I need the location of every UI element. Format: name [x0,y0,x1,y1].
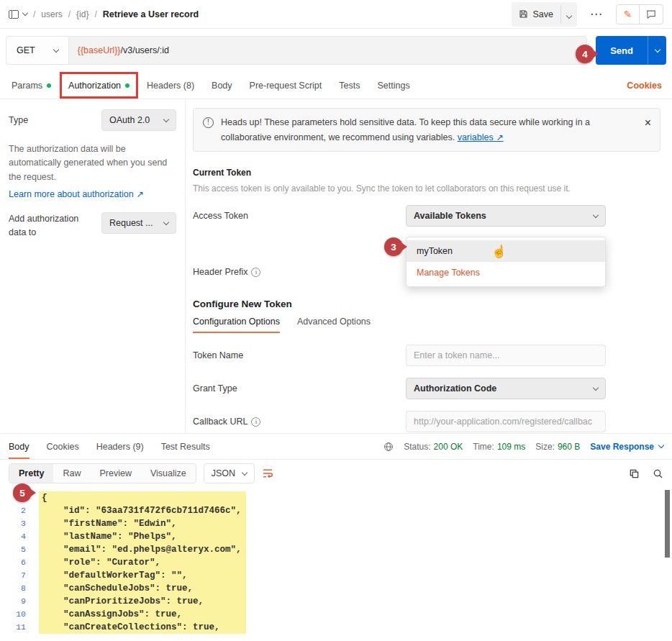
scrollbar-thumb[interactable] [665,490,670,558]
auth-type-value: OAuth 2.0 [109,115,150,125]
scrollbar[interactable] [665,490,670,638]
line-number: 10 [0,608,32,621]
response-tab-cookies[interactable]: Cookies [47,434,79,459]
chevron-down-icon [654,46,660,52]
format-select[interactable]: JSON [204,463,255,483]
oauth2-panel: Heads up! These parameters hold sensitiv… [186,99,672,433]
request-tabs: Params Authorization Headers (8) Body Pr… [0,72,672,99]
auth-description: The authorization data will be automatic… [9,142,176,184]
add-auth-data-label: Add authorization data to [9,212,83,240]
method-select[interactable]: GET [6,36,68,65]
view-raw-button[interactable]: Raw [53,464,90,483]
callback-url-row: Callback URL [193,411,660,432]
code-line: 9 "canPrioritizeJobs": true, [0,595,672,608]
breadcrumb-item-users[interactable]: users [41,9,62,19]
response-panel: Body Cookies Headers (9) Test Results St… [0,433,672,641]
token-name-label: Token Name [193,350,406,360]
code-text: "lastName": "Phelps", [39,530,246,543]
token-name-input[interactable] [406,345,606,366]
tab-body[interactable]: Body [203,72,241,99]
response-meta: Status: 200 OK Time: 109 ms Size: 960 B … [383,442,663,452]
cookies-link[interactable]: Cookies [627,81,669,91]
titlebar-actions: Save ⋯ ✎ [512,2,664,27]
add-auth-data-select[interactable]: Request ... [101,212,176,234]
annotation-step-3: 3 [384,237,403,256]
chevron-down-icon[interactable] [22,10,28,16]
auth-type-select[interactable]: OAuth 2.0 [101,109,176,131]
status-badge: Status: 200 OK [404,442,463,452]
wrap-text-button[interactable] [262,468,273,479]
status-label: Status: [404,442,430,452]
copy-button[interactable] [629,468,640,479]
save-button-group: Save [512,2,578,27]
chevron-down-icon [593,212,599,218]
response-tab-body[interactable]: Body [9,434,29,459]
time-badge: Time: 109 ms [473,442,525,452]
edit-description-button[interactable]: ✎ [617,5,640,24]
title-bar: / users / {id} / Retrieve a User record … [0,0,672,29]
info-icon [251,268,260,277]
tab-tests[interactable]: Tests [330,72,368,99]
save-response-button[interactable]: Save Response [590,442,663,452]
url-input[interactable]: {{baseUrl}}/v3/users/:id [68,36,588,65]
tab-advanced-options[interactable]: Advanced Options [297,317,371,333]
cursor-icon: ☝ [491,244,507,259]
tab-prerequest-script[interactable]: Pre-request Script [241,72,331,99]
callback-url-label: Callback URL [193,417,406,427]
banner-text: Heads up! These parameters hold sensitiv… [221,115,631,145]
tab-authorization[interactable]: Authorization [60,72,138,99]
breadcrumb-item-id[interactable]: {id} [76,9,88,19]
save-button-label: Save [533,9,554,19]
view-visualize-button[interactable]: Visualize [141,464,196,483]
view-mode-segment: Pretty Raw Preview Visualize [9,463,196,483]
configure-token-tabs: Configuration Options Advanced Options [193,317,660,333]
menu-item-mytoken[interactable]: myToken ☝ [407,240,605,262]
view-preview-button[interactable]: Preview [90,464,140,483]
access-token-select[interactable]: Available Tokens [406,205,606,227]
learn-more-link[interactable]: Learn more about authorization ↗ [9,188,176,199]
comments-button[interactable] [640,5,663,24]
response-tab-test-results[interactable]: Test Results [161,434,210,459]
breadcrumb-separator: / [67,9,72,19]
pane-icon[interactable] [9,10,19,19]
save-options-button[interactable] [561,2,577,27]
response-tab-headers[interactable]: Headers (9) [96,434,144,459]
more-actions-button[interactable]: ⋯ [586,6,607,22]
breadcrumb-separator: / [93,9,98,19]
variables-link[interactable]: variables ↗ [458,132,504,142]
access-token-row: Access Token Available Tokens myToken ☝ … [193,205,660,227]
callback-url-input[interactable] [406,411,606,432]
tab-authorization-label: Authorization [68,81,121,91]
response-body: 1{ 2 "id": "63aa731f472f6cb711d7466c", 3… [0,487,672,641]
line-number: 6 [0,556,32,569]
globe-icon[interactable] [383,442,394,452]
tab-headers[interactable]: Headers (8) [138,72,203,99]
header-prefix-label: Header Prefix [193,267,406,277]
menu-item-manage-tokens[interactable]: Manage Tokens [407,262,605,283]
tab-params[interactable]: Params [3,72,60,99]
add-auth-data-row: Add authorization data to Request ... [9,212,176,240]
tab-body-label: Body [212,81,232,91]
close-icon[interactable]: × [645,114,651,132]
postman-window: / users / {id} / Retrieve a User record … [0,0,672,641]
grant-type-label: Grant Type [193,383,406,394]
send-options-button[interactable] [648,36,666,65]
request-title[interactable]: Retrieve a User record [103,9,199,19]
search-button[interactable] [653,468,663,479]
sensitive-data-banner: Heads up! These parameters hold sensitiv… [193,108,660,152]
tab-settings[interactable]: Settings [368,72,418,99]
grant-type-select[interactable]: Authorization Code [406,378,606,399]
view-pretty-button[interactable]: Pretty [9,464,53,483]
chevron-down-icon [566,12,572,18]
tab-tests-label: Tests [339,81,360,91]
code-line: 4 "lastName": "Phelps", [0,530,672,543]
save-icon [519,9,528,19]
send-button[interactable]: Send [596,36,648,65]
tab-configuration-options[interactable]: Configuration Options [193,317,280,333]
line-number: 4 [0,530,32,543]
header-prefix-text: Header Prefix [193,267,248,277]
code-line: 7 "defaultWorkerTag": "", [0,569,672,582]
save-button[interactable]: Save [512,5,562,24]
search-icon [653,468,663,479]
line-number: 5 [0,543,32,556]
